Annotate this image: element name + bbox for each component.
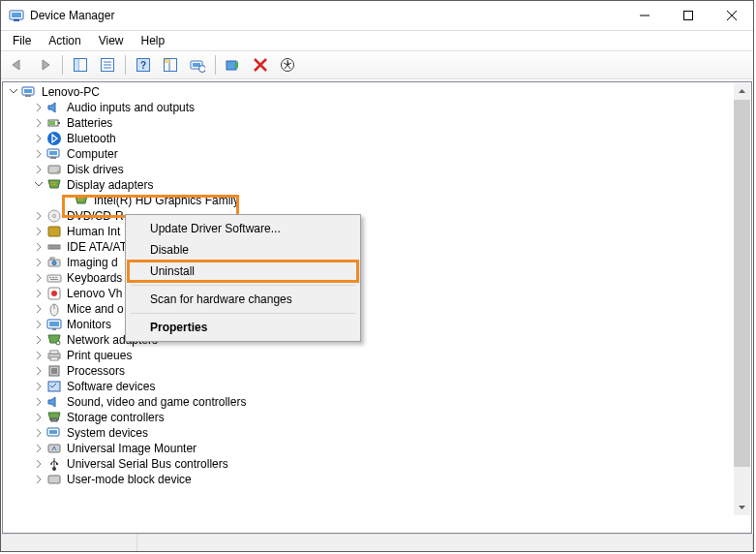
svg-point-38 xyxy=(57,170,59,172)
tree-node[interactable]: Keyboards xyxy=(3,270,751,286)
menu-file[interactable]: File xyxy=(5,32,39,49)
menu-action[interactable]: Action xyxy=(41,32,88,49)
disable-icon[interactable] xyxy=(275,52,300,77)
menu-view[interactable]: View xyxy=(91,32,132,49)
expand-icon[interactable] xyxy=(32,351,45,360)
expand-icon[interactable] xyxy=(32,118,45,128)
tree-node[interactable]: Software devices xyxy=(3,379,751,394)
expand-icon[interactable] xyxy=(32,149,45,159)
expand-icon[interactable] xyxy=(32,273,45,283)
tree-node[interactable]: Audio inputs and outputs xyxy=(3,100,751,115)
expand-icon[interactable] xyxy=(32,180,45,190)
expand-icon[interactable] xyxy=(32,444,45,453)
node-label: Lenovo Vh xyxy=(66,287,123,300)
expand-icon[interactable] xyxy=(32,320,45,329)
svg-rect-54 xyxy=(50,258,54,260)
expand-icon[interactable] xyxy=(32,211,45,221)
expand-icon[interactable] xyxy=(32,103,45,112)
tree-node[interactable]: DVD/CD-R xyxy=(3,208,751,224)
expand-icon[interactable] xyxy=(32,134,45,143)
disk-drive-icon xyxy=(46,162,62,177)
vertical-scrollbar[interactable] xyxy=(734,83,750,515)
expand-icon[interactable] xyxy=(32,459,45,469)
svg-rect-39 xyxy=(50,182,56,183)
tree-node[interactable]: Human Int xyxy=(3,224,751,239)
ctx-properties[interactable]: Properties xyxy=(129,317,357,338)
tree-node[interactable]: Lenovo Vh xyxy=(3,286,751,301)
expand-icon[interactable] xyxy=(32,304,45,314)
properties-icon[interactable] xyxy=(95,52,120,77)
ctx-disable[interactable]: Disable xyxy=(129,239,357,261)
tree-node[interactable]: Bluetooth xyxy=(3,131,751,146)
printer-icon xyxy=(46,348,62,363)
tree-node[interactable]: Print queues xyxy=(3,348,751,363)
expand-icon[interactable] xyxy=(32,382,45,391)
tree-node[interactable]: Mice and o xyxy=(3,301,751,317)
ctx-uninstall[interactable]: Uninstall xyxy=(129,261,357,282)
expand-icon[interactable] xyxy=(32,165,45,174)
node-label: Human Int xyxy=(66,225,121,238)
lenovo-icon xyxy=(46,286,62,301)
expand-icon[interactable] xyxy=(32,413,45,422)
tree-node[interactable]: Universal Serial Bus controllers xyxy=(3,456,751,472)
tree-node[interactable]: Batteries xyxy=(3,115,751,131)
back-button[interactable] xyxy=(5,52,30,77)
tree-node[interactable]: Processors xyxy=(3,363,751,379)
menu-help[interactable]: Help xyxy=(134,32,173,49)
tree-node[interactable]: Intel(R) HD Graphics Family xyxy=(3,193,751,208)
close-button[interactable] xyxy=(710,1,753,30)
forward-button[interactable] xyxy=(32,52,57,77)
tree-node[interactable]: Computer xyxy=(3,146,751,162)
expand-icon[interactable] xyxy=(7,87,20,97)
expand-icon[interactable] xyxy=(32,335,45,345)
expand-icon[interactable] xyxy=(32,242,45,252)
expand-icon[interactable] xyxy=(32,475,45,484)
tree-node[interactable]: Monitors xyxy=(3,317,751,332)
node-label: User-mode block device xyxy=(66,473,193,486)
expand-icon[interactable] xyxy=(32,428,45,438)
scroll-down-button[interactable] xyxy=(734,499,750,515)
svg-point-44 xyxy=(53,215,56,218)
node-label: IDE ATA/AT xyxy=(66,240,128,254)
scroll-thumb[interactable] xyxy=(734,100,750,467)
tree-node[interactable]: Sound, video and game controllers xyxy=(3,394,751,410)
scroll-track[interactable] xyxy=(734,100,750,499)
svg-rect-45 xyxy=(48,227,60,236)
show-hide-console-tree-icon[interactable] xyxy=(68,52,93,77)
node-label: Universal Image Mounter xyxy=(66,442,197,455)
toolbar: ? xyxy=(1,50,753,79)
tree-root[interactable]: Lenovo-PC xyxy=(3,84,751,100)
expand-icon[interactable] xyxy=(32,289,45,298)
tree-node[interactable]: User-mode block device xyxy=(3,472,751,487)
svg-rect-41 xyxy=(77,198,83,199)
toolbar-separator xyxy=(125,55,126,75)
tree-node[interactable]: Network adapters xyxy=(3,332,751,348)
tree-node[interactable]: IDE ATA/AT xyxy=(3,239,751,255)
minimize-button[interactable] xyxy=(622,1,666,30)
show-hidden-devices-icon[interactable] xyxy=(158,52,183,77)
expand-icon[interactable] xyxy=(32,397,45,407)
update-driver-icon[interactable] xyxy=(221,52,246,77)
maximize-button[interactable] xyxy=(666,1,710,30)
scan-hardware-icon[interactable] xyxy=(185,52,210,77)
node-label: Sound, video and game controllers xyxy=(66,395,247,409)
tree-view[interactable]: Lenovo-PC Audio inputs and outputsBatter… xyxy=(2,81,752,534)
tree-node[interactable]: Display adapters xyxy=(3,177,751,193)
node-label: System devices xyxy=(66,426,149,440)
ctx-scan-hardware[interactable]: Scan for hardware changes xyxy=(129,289,357,310)
ctx-update-driver[interactable]: Update Driver Software... xyxy=(129,218,357,239)
svg-rect-74 xyxy=(51,418,57,421)
svg-point-61 xyxy=(51,291,57,296)
node-label: Monitors xyxy=(66,318,112,331)
expand-icon[interactable] xyxy=(32,366,45,376)
expand-icon[interactable] xyxy=(32,227,45,236)
tree-node[interactable]: Disk drives xyxy=(3,162,751,177)
uninstall-icon[interactable] xyxy=(248,52,273,77)
tree-node[interactable]: Storage controllers xyxy=(3,410,751,425)
help-icon[interactable]: ? xyxy=(131,52,156,77)
scroll-up-button[interactable] xyxy=(734,83,750,100)
expand-icon[interactable] xyxy=(32,258,45,267)
tree-node[interactable]: Imaging d xyxy=(3,255,751,270)
tree-node[interactable]: Universal Image Mounter xyxy=(3,441,751,456)
tree-node[interactable]: System devices xyxy=(3,425,751,441)
